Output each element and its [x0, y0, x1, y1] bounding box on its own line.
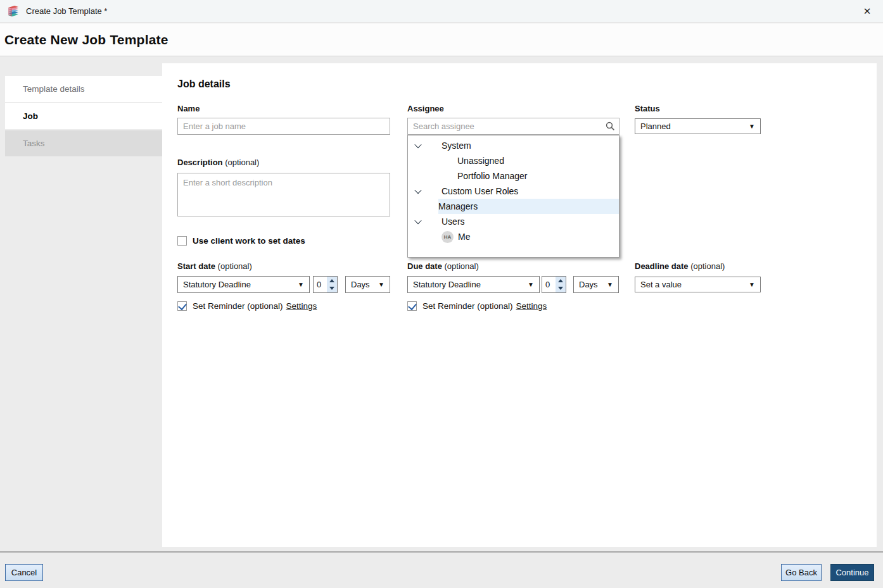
chevron-down-icon: ▼ — [607, 281, 613, 288]
assignee-label: Assignee — [407, 104, 444, 113]
deadline-date-value: Set a value — [640, 280, 746, 289]
chevron-down-icon: ▼ — [298, 281, 304, 288]
deadline-date-select[interactable]: Set a value ▼ — [635, 277, 761, 292]
chevron-down-icon: ▼ — [528, 281, 534, 288]
chevron-down-icon[interactable] — [416, 143, 421, 149]
tree-item-me[interactable]: HA Me — [408, 229, 619, 244]
start-date-mode-select[interactable]: Statutory Deadline ▼ — [177, 276, 310, 293]
tree-group-label: Custom User Roles — [442, 186, 518, 196]
start-date-unit-select[interactable]: Days ▼ — [345, 276, 390, 293]
tree-item-label: Managers — [438, 201, 478, 211]
tree-item-managers[interactable]: Managers — [438, 199, 619, 214]
description-label: Description (optional) — [177, 158, 259, 167]
tree-item-portfolio-manager[interactable]: Portfolio Manager — [408, 168, 619, 184]
sidebar-item-label: Template details — [23, 84, 85, 94]
chevron-down-icon: ▼ — [749, 123, 755, 130]
start-date-reminder-checkbox[interactable]: Set Reminder (optional) Settings — [177, 301, 317, 311]
use-client-work-checkbox[interactable]: Use client work to set dates — [177, 236, 305, 246]
go-back-button[interactable]: Go Back — [781, 564, 822, 581]
stepper-up-icon[interactable] — [327, 277, 337, 285]
tree-group-label: System — [442, 141, 471, 151]
avatar: HA — [442, 231, 454, 243]
due-date-unit-select[interactable]: Days ▼ — [573, 276, 619, 293]
stepper-down-icon[interactable] — [556, 285, 566, 293]
checkbox-checked-icon[interactable] — [177, 301, 187, 311]
due-date-offset-value: 0 — [542, 277, 556, 292]
tree-group-custom-user-roles[interactable]: Custom User Roles — [408, 184, 619, 199]
due-date-reminder-checkbox[interactable]: Set Reminder (optional) Settings — [407, 301, 547, 311]
stepper-down-icon[interactable] — [327, 285, 337, 293]
due-date-mode-select[interactable]: Statutory Deadline ▼ — [407, 276, 540, 293]
assignee-search-wrap — [407, 118, 619, 135]
chevron-down-icon: ▼ — [749, 281, 755, 288]
page-header: Create New Job Template — [0, 23, 883, 56]
tree-group-label: Users — [442, 216, 465, 227]
start-date-label: Start date (optional) — [177, 261, 252, 271]
tree-item-label: Unassigned — [457, 156, 504, 166]
description-textarea[interactable] — [177, 173, 390, 216]
due-reminder-label: Set Reminder (optional) — [422, 301, 513, 311]
footer-bar: Cancel Go Back Continue — [0, 551, 883, 588]
job-details-panel: Job details Name Assignee Status Planned… — [162, 63, 877, 547]
due-date-mode-value: Statutory Deadline — [413, 280, 525, 289]
status-select[interactable]: Planned ▼ — [635, 118, 761, 134]
start-date-unit-value: Days — [351, 280, 376, 289]
sidebar-item-label: Job — [23, 111, 38, 121]
start-date-offset-value: 0 — [314, 277, 327, 292]
due-date-offset-stepper[interactable]: 0 — [542, 276, 566, 293]
title-bar: Create Job Template * ✕ — [0, 0, 883, 23]
status-value: Planned — [640, 122, 746, 131]
close-icon[interactable]: ✕ — [859, 4, 875, 19]
assignee-dropdown: System Unassigned Portfolio Manager Cust… — [407, 135, 619, 258]
checkbox-checked-icon[interactable] — [407, 301, 417, 311]
section-title: Job details — [177, 78, 231, 90]
app-logo-icon — [6, 5, 20, 18]
tree-group-users[interactable]: Users — [408, 214, 619, 229]
due-date-label: Due date (optional) — [407, 261, 479, 271]
search-icon — [606, 122, 615, 131]
chevron-down-icon: ▼ — [378, 281, 384, 288]
tree-item-label: Me — [458, 232, 470, 242]
deadline-date-label: Deadline date (optional) — [635, 261, 725, 271]
cancel-button[interactable]: Cancel — [5, 564, 43, 581]
chevron-down-icon[interactable] — [416, 189, 421, 194]
start-date-mode-value: Statutory Deadline — [183, 280, 295, 289]
checkbox-icon[interactable] — [177, 236, 187, 246]
start-date-offset-stepper[interactable]: 0 — [313, 276, 338, 293]
assignee-search-input[interactable] — [407, 118, 619, 135]
stepper-up-icon[interactable] — [556, 277, 566, 285]
name-label: Name — [177, 104, 200, 113]
chevron-down-icon[interactable] — [416, 219, 421, 225]
start-reminder-settings-link[interactable]: Settings — [286, 301, 317, 311]
sidebar-item-tasks: Tasks — [5, 130, 162, 156]
continue-button[interactable]: Continue — [830, 564, 874, 581]
window-title: Create Job Template * — [26, 6, 107, 16]
tree-item-unassigned[interactable]: Unassigned — [408, 153, 619, 168]
sidebar-item-label: Tasks — [23, 139, 45, 148]
start-reminder-label: Set Reminder (optional) — [193, 301, 283, 311]
tree-group-system[interactable]: System — [408, 138, 619, 153]
job-name-input[interactable] — [177, 118, 390, 135]
tree-item-label: Portfolio Manager — [457, 171, 528, 181]
due-date-unit-value: Days — [579, 280, 604, 289]
create-job-template-window: Create Job Template * ✕ Create New Job T… — [0, 0, 883, 588]
due-reminder-settings-link[interactable]: Settings — [516, 301, 547, 311]
sidebar-item-job[interactable]: Job — [5, 103, 162, 129]
status-label: Status — [635, 104, 660, 113]
page-title: Create New Job Template — [4, 32, 168, 47]
use-client-work-label: Use client work to set dates — [193, 236, 305, 246]
sidebar-item-template-details[interactable]: Template details — [5, 76, 162, 102]
